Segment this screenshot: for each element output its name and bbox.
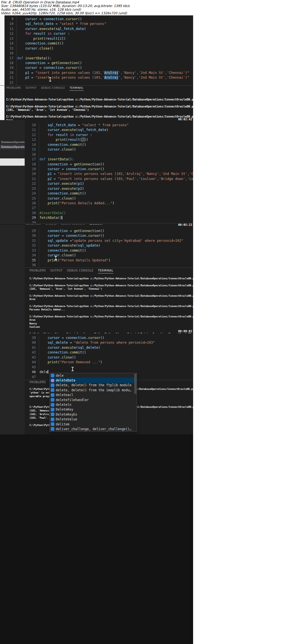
code-editor[interactable]: 29 connection = getConnection()30 cursor… (25, 229, 193, 268)
line-number: 39 (25, 336, 36, 340)
code-line: 45 (25, 365, 193, 370)
suggestion-item[interactable]: delete, delete() from the ftplib module (50, 383, 137, 388)
suggestion-item[interactable]: DeleteValue (50, 417, 137, 422)
line-number: 24 (25, 191, 36, 196)
terminal-line (6, 112, 193, 115)
word-suggestion-icon (51, 383, 54, 387)
terminal-line: Arun (29, 318, 193, 322)
suggestion-item[interactable]: deleteData (50, 378, 137, 383)
suggestion-label: dele (56, 374, 64, 378)
line-number: 12 (4, 31, 13, 36)
panel-tab-terminal[interactable]: TERMINAL (98, 269, 113, 273)
line-number: 16 (25, 152, 36, 157)
word-suggestion-icon (51, 408, 54, 411)
suggestion-item[interactable]: deletefilehandler (50, 397, 137, 402)
suggestion-item[interactable]: deliver_challenge, deliver_challenge()… (50, 427, 137, 431)
left-margin (0, 15, 4, 120)
line-number: 10 (25, 123, 36, 128)
panel-tab-debug-console[interactable]: DEBUG CONSOLE (61, 224, 85, 225)
frame-timestamp: 00:05:22 (151, 223, 192, 226)
panel-tab-problems[interactable]: PROBLEMS (26, 224, 41, 225)
code-line: 42 connection.commit() (25, 350, 193, 355)
explorer-item-selected[interactable]: DatabaseOperations (0, 144, 25, 149)
suggestion-label: delete, delete() from the ftplib module (56, 383, 131, 387)
suggest-scrollbar[interactable] (134, 374, 136, 394)
suggestion-item[interactable]: DeleteKeyEx (50, 412, 137, 417)
panel-tab-debug-console[interactable]: DEBUG CONSOLE (67, 269, 93, 273)
line-number: 45 (25, 365, 36, 370)
suggestion-label: deliver_challenge, deliver_challenge()… (56, 427, 131, 431)
line-number: 18 (4, 61, 13, 65)
panel-tab-problems[interactable]: PROBLEMS (29, 269, 46, 273)
terminal-line (29, 301, 193, 305)
panel-tab-output[interactable]: OUTPUT (45, 224, 57, 225)
line-number: 46 (25, 370, 36, 374)
frame-timestamp: 00:02:42 (151, 118, 192, 121)
code-line: 15 cursor.close() (4, 46, 193, 51)
line-number: 17 (25, 157, 36, 162)
line-number: 34 (25, 253, 36, 258)
panel-tab-problems[interactable]: PROBLEMS (6, 86, 21, 91)
line-number: 27 (25, 206, 36, 210)
code-line: 39 cursor = connection.cursor() (25, 336, 193, 340)
method-suggestion-icon (51, 379, 54, 382)
panel-tab-terminal[interactable]: TERMINAL (89, 224, 103, 225)
suggestion-item[interactable]: deleteln (50, 402, 137, 407)
panel-tab-output[interactable]: OUTPUT (26, 86, 37, 91)
panel-tab-debug-console[interactable]: DEBUG CONSOLE (41, 86, 65, 91)
line-number: 21 (25, 177, 36, 181)
terminal-line: C:\Python\Python-Advance-Tutorial>python… (29, 305, 193, 308)
code-line: 17def insertData(): (25, 157, 193, 162)
ibeam-cursor (55, 256, 56, 260)
explorer-input-box (0, 158, 25, 166)
line-number: 33 (25, 248, 36, 253)
line-number: 28 (25, 211, 36, 216)
code-line: 32 cursor.execute(sql_update) (25, 243, 193, 248)
line-number: 44 (25, 360, 36, 365)
ibeam-cursor (50, 78, 50, 81)
line-number: 23 (25, 186, 36, 191)
word-suggestion-icon (51, 393, 54, 397)
explorer-folder[interactable]: DatabaseOperations (0, 140, 25, 144)
line-number: 14 (25, 142, 36, 147)
terminal-line: C:\Python\Python-Advance-Tutorial>python… (6, 98, 193, 101)
word-suggestion-icon (51, 418, 54, 421)
code-line: 24 connection.commit() (25, 191, 193, 196)
code-line: 34 cursor.close() (25, 253, 193, 258)
suggestion-label: delete, delete() from the imaplib modu… (56, 388, 131, 392)
suggestion-item[interactable]: dele (50, 373, 137, 378)
code-line: 20 p1 = "insert into persons values (102… (4, 71, 193, 75)
code-line: 11 cursor.execute(sql_fetch_date) (4, 27, 193, 31)
suggestion-label: DeleteKeyEx (56, 413, 77, 416)
terminal-line (29, 312, 193, 315)
line-number: 20 (4, 71, 13, 75)
terminal-line: Persons Details Added... (29, 308, 193, 311)
line-number: 15 (4, 46, 13, 51)
code-line: 9 cursor = connection.cursor() (4, 17, 193, 22)
panel-divider (0, 85, 193, 86)
code-line: 43 cursor.close() (25, 355, 193, 360)
code-editor[interactable]: 10 sql_fetch_date = "select * from perso… (25, 123, 193, 225)
suggestion-item[interactable]: deleteacl (50, 393, 137, 397)
panel-tab-problems[interactable]: PROBLEMS (29, 381, 46, 385)
video-frame-6 (0, 539, 193, 644)
suggestion-item[interactable]: DeleteKey (50, 407, 137, 412)
code-line: 33 connection.commit() (25, 248, 193, 253)
code-line: 41 cursor.execute(sql_delete) (25, 345, 193, 350)
code-line: 29fetchData() (25, 216, 193, 220)
terminal-line: (101, 'Ammasai', 'Arun', '1st Avenue', '… (29, 287, 193, 291)
code-editor[interactable]: 9 cursor = connection.cursor()10 sql_fet… (4, 17, 193, 85)
line-number: 14 (4, 41, 13, 46)
line-number: 21 (4, 75, 13, 80)
suggestion-item[interactable]: delete, delete() from the imaplib modu… (50, 388, 137, 392)
panel-tab-output[interactable]: OUTPUT (50, 269, 63, 273)
line-number: 36 (25, 263, 36, 268)
sidebar-strip (0, 333, 25, 434)
suggestion-item[interactable]: delitem (50, 422, 137, 427)
ibeam-cursor (72, 367, 73, 371)
terminal-line (29, 291, 193, 294)
panel-tab-terminal[interactable]: TERMINAL (70, 86, 84, 91)
line-number: 18 (25, 162, 36, 167)
terminal-line: Coulson (29, 325, 193, 329)
video-frame-4: 39 cursor = connection.cursor()40 sql_de… (0, 333, 193, 434)
